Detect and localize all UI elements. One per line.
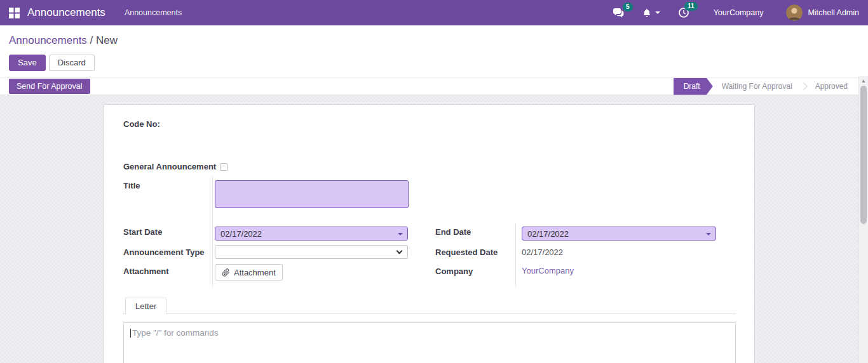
grid-icon [9, 8, 20, 18]
control-panel: Announcements / New Save Discard [0, 25, 868, 77]
company-label: Company [435, 262, 515, 287]
code-no-label: Code No: [123, 119, 735, 129]
scrollbar-up-icon[interactable]: ▲ [859, 76, 868, 85]
user-menu[interactable]: Mitchell Admin [808, 8, 859, 17]
general-announcement-row: General Announcement [123, 162, 735, 171]
activities-badge: 11 [684, 2, 698, 11]
start-date-input[interactable] [215, 227, 408, 241]
tab-letter[interactable]: Letter [125, 298, 166, 314]
company-value-link[interactable]: YourCompany [522, 262, 716, 275]
status-pipeline: Draft Waiting For Approval Approved [674, 78, 857, 95]
start-date-label: Start Date [123, 223, 212, 243]
requested-date-value: 02/17/2022 [522, 243, 716, 257]
avatar[interactable] [786, 4, 803, 21]
announcement-type-select[interactable] [215, 245, 408, 259]
status-waiting-for-approval[interactable]: Waiting For Approval [713, 82, 801, 91]
breadcrumb-parent-link[interactable]: Announcements [9, 34, 87, 46]
field-group: Title Start Date End Date [123, 176, 716, 287]
end-date-field-cell [515, 223, 716, 243]
breadcrumb-current: New [96, 34, 118, 46]
status-approved[interactable]: Approved [806, 82, 857, 91]
announcement-type-field-cell [212, 243, 408, 262]
attachment-button[interactable]: Attachment [215, 264, 283, 280]
activities-button[interactable]: 11 [678, 7, 689, 18]
app-title: Announcements [27, 6, 105, 19]
notifications-button[interactable] [642, 8, 660, 18]
breadcrumb-separator: / [90, 34, 96, 46]
bell-icon [642, 8, 651, 18]
editor-placeholder: Type "/" for commands [132, 328, 219, 338]
statusbar-strip: Send For Approval Draft Waiting For Appr… [0, 77, 868, 95]
paperclip-icon [222, 268, 230, 277]
status-draft[interactable]: Draft [674, 78, 713, 95]
requested-date-field-cell: 02/17/2022 [515, 243, 716, 262]
end-date-label: End Date [435, 223, 515, 243]
end-date-input[interactable] [522, 227, 716, 241]
send-for-approval-button[interactable]: Send For Approval [9, 79, 90, 94]
chat-bubbles-icon [613, 8, 625, 18]
avatar-image [786, 4, 803, 21]
start-date-field-cell [212, 223, 408, 243]
attachment-field-cell: Attachment [212, 262, 408, 287]
company-switcher[interactable]: YourCompany [714, 8, 764, 17]
attachment-label: Attachment [123, 262, 212, 287]
announcement-type-label: Announcement Type [123, 243, 212, 262]
discard-button[interactable]: Discard [49, 55, 95, 71]
save-button[interactable]: Save [9, 55, 46, 71]
messages-badge: 5 [623, 3, 633, 11]
notebook-tabs: Letter [123, 297, 736, 314]
title-input[interactable] [215, 180, 409, 208]
general-announcement-checkbox[interactable] [220, 163, 227, 171]
apps-menu-icon[interactable] [9, 8, 20, 18]
letter-editor[interactable]: Type "/" for commands [123, 322, 736, 363]
form-buttons: Save Discard [9, 55, 858, 71]
menu-item-announcements[interactable]: Announcements [125, 8, 182, 17]
messages-button[interactable]: 5 [613, 8, 625, 18]
requested-date-label: Requested Date [435, 243, 515, 262]
form-sheet: Code No: General Announcement Title Star… [104, 104, 755, 363]
general-announcement-label: General Announcement [123, 162, 216, 171]
bell-caret-icon [655, 11, 660, 14]
vertical-scrollbar[interactable]: ▲ [858, 76, 868, 363]
select-chevron-icon [397, 248, 403, 254]
attachment-button-label: Attachment [234, 268, 276, 277]
scrollbar-thumb[interactable] [860, 86, 867, 224]
form-view-background: Code No: General Announcement Title Star… [0, 95, 868, 363]
breadcrumb: Announcements / New [9, 34, 858, 47]
top-navbar: Announcements Announcements 5 11 YourCom… [0, 0, 868, 25]
text-cursor [130, 329, 131, 338]
title-field-cell [212, 176, 408, 223]
title-label: Title [123, 176, 212, 223]
company-field-cell: YourCompany [515, 262, 716, 287]
